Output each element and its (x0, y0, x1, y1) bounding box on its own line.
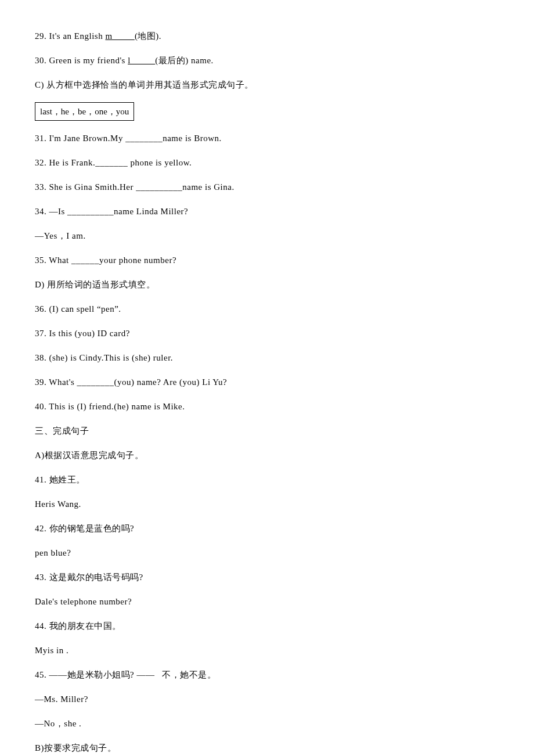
question-29-blank: m (105, 31, 134, 41)
question-35: 35. What ______your phone number? (35, 253, 499, 267)
section-d-heading: D) 用所给词的适当形式填空。 (35, 278, 499, 291)
question-45-stem-b: —No，she . (35, 717, 499, 730)
question-34: 34. —Is __________name Linda Miller? (35, 204, 499, 218)
question-29: 29. It's an English m (地图). (35, 29, 499, 43)
section-b-heading: B)按要求完成句子。 (35, 741, 499, 755)
question-29-tail: (地图). (135, 31, 161, 41)
section-c-heading: C) 从方框中选择恰当的单词并用其适当形式完成句子。 (35, 78, 499, 92)
question-37: 37. Is this (you) ID card? (35, 326, 499, 340)
question-38: 38. (she) is Cindy.This is (she) ruler. (35, 351, 499, 365)
section-3-heading: 三、完成句子 (35, 424, 499, 438)
question-45: 45. ——她是米勒小姐吗? —— 不，她不是。 (35, 668, 499, 682)
question-40: 40. This is (I) friend.(he) name is Mike… (35, 399, 499, 413)
question-36: 36. (I) can spell “pen”. (35, 302, 499, 316)
question-34-answer: —Yes，I am. (35, 229, 499, 243)
question-30: 30. Green is my friend's l (最后的) name. (35, 53, 499, 67)
section-a-heading: A)根据汉语意思完成句子。 (35, 448, 499, 462)
question-44: 44. 我的朋友在中国。 (35, 619, 499, 633)
question-30-blank: l (128, 56, 155, 65)
question-42-stem: pen blue? (35, 546, 499, 560)
question-43: 43. 这是戴尔的电话号码吗? (35, 570, 499, 584)
word-selection-box: last，he，be，one，you (35, 102, 134, 121)
question-31: 31. I'm Jane Brown.My ________name is Br… (35, 131, 499, 145)
question-29-text: 29. It's an English (35, 31, 105, 41)
question-30-tail: (最后的) name. (155, 56, 213, 65)
question-44-stem: Myis in . (35, 643, 499, 657)
question-41-stem: Heris Wang. (35, 497, 499, 511)
question-39: 39. What's ________(you) name? Are (you)… (35, 375, 499, 389)
question-45-stem-a: —Ms. Miller? (35, 692, 499, 706)
question-41: 41. 她姓王。 (35, 473, 499, 487)
question-33: 33. She is Gina Smith.Her __________name… (35, 180, 499, 194)
question-30-text: 30. Green is my friend's (35, 56, 128, 65)
question-32: 32. He is Frank._______ phone is yellow. (35, 156, 499, 170)
question-42: 42. 你的钢笔是蓝色的吗? (35, 521, 499, 535)
question-43-stem: Dale's telephone number? (35, 595, 499, 609)
